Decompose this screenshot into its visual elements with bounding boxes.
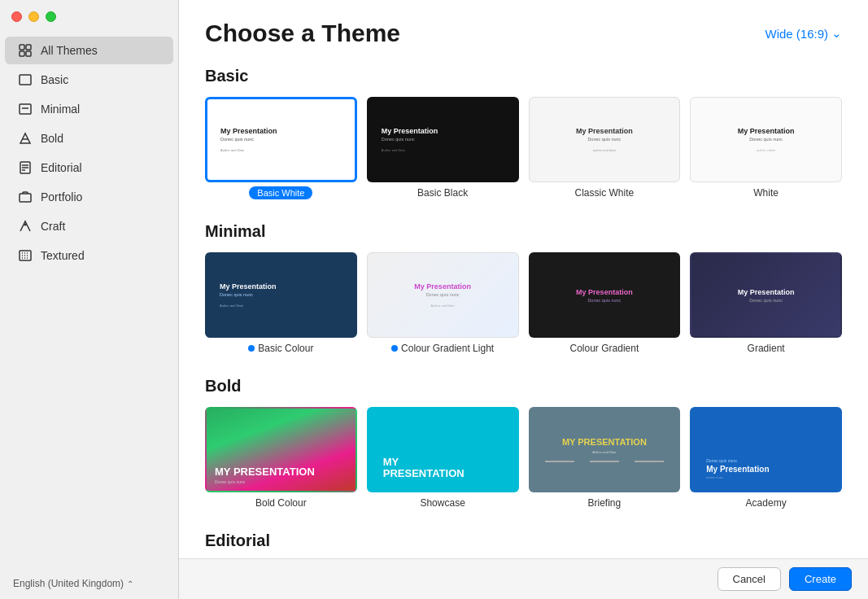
- theme-colour-gradient-light[interactable]: My Presentation Donec quis nunc Author a…: [367, 252, 519, 354]
- preview-title: MY PRESENTATION: [215, 466, 347, 478]
- sidebar-item-textured[interactable]: Textured: [5, 242, 173, 269]
- preview-author: author online: [704, 148, 828, 152]
- theme-preview-classic-white: My Presentation Donec quis nunc author a…: [529, 97, 681, 182]
- language-chevron: ⌃: [127, 579, 133, 588]
- preview-author: Author and Date: [382, 148, 405, 152]
- theme-preview-colour-gradient: My Presentation Donec quis nunc: [529, 252, 681, 338]
- theme-showcase[interactable]: MYPRESENTATION Showcase: [367, 407, 519, 509]
- theme-briefing-text: Briefing: [588, 497, 622, 509]
- main-content: Choose a Theme Wide (16:9) ⌄ Basic My Pr…: [179, 0, 868, 599]
- theme-colour-gradient-light-label: Colour Gradient Light: [391, 343, 494, 354]
- cancel-button[interactable]: Cancel: [718, 567, 781, 591]
- svg-rect-2: [20, 51, 24, 56]
- editorial-icon: [18, 160, 33, 175]
- sidebar-item-bold[interactable]: Bold: [5, 125, 173, 152]
- theme-basic-colour-text: Basic Colour: [258, 343, 313, 354]
- section-bold-title: Bold: [205, 377, 842, 396]
- sidebar-item-label: All Themes: [41, 44, 98, 57]
- sidebar-item-label: Editorial: [41, 161, 82, 174]
- theme-briefing-label: Briefing: [588, 497, 622, 509]
- sidebar: All Themes Basic Minimal Bold: [0, 0, 179, 599]
- theme-preview-academy: Donec quis nuno My Presentation donec nu…: [690, 407, 842, 492]
- svg-marker-7: [20, 133, 30, 143]
- sidebar-item-label: Portfolio: [41, 190, 82, 203]
- preview-title: My Presentation: [220, 282, 277, 291]
- minimal-themes-grid: My Presentation Donec quis nunc Author a…: [205, 252, 842, 354]
- theme-showcase-text: Showcase: [420, 497, 465, 509]
- theme-gradient[interactable]: My Presentation Donec quis nunc Gradient: [690, 252, 842, 354]
- preview-author: author and date: [543, 148, 667, 152]
- svg-point-14: [24, 224, 27, 226]
- sidebar-item-minimal[interactable]: Minimal: [5, 95, 173, 123]
- theme-academy-label: Academy: [746, 497, 787, 509]
- section-editorial: Editorial: [205, 531, 842, 550]
- theme-academy[interactable]: Donec quis nuno My Presentation donec nu…: [690, 407, 842, 509]
- aspect-ratio-chevron: ⌄: [831, 26, 842, 41]
- craft-icon: [18, 219, 33, 234]
- theme-gradient-label: Gradient: [748, 343, 785, 354]
- sidebar-item-all-themes[interactable]: All Themes: [5, 37, 173, 64]
- theme-briefing[interactable]: MY PRESENTATION Author and Date Briefing: [529, 407, 681, 509]
- theme-white-label: White: [753, 187, 779, 199]
- preview-sub: Author and Date: [545, 450, 665, 454]
- preview-title: My Presentation: [704, 288, 827, 296]
- theme-basic-white[interactable]: My Presentation Donec quis nunc Author a…: [205, 97, 357, 199]
- preview-sub: Donec quis nunc: [704, 137, 828, 142]
- theme-white-text: White: [753, 187, 779, 199]
- sidebar-item-label: Bold: [41, 132, 63, 145]
- preview-title: My Presentation: [381, 282, 505, 291]
- theme-preview-gradient: My Presentation Donec quis nunc: [690, 252, 842, 338]
- theme-preview-basic-colour: My Presentation Donec quis nunc Author a…: [205, 252, 357, 338]
- theme-gradient-text: Gradient: [748, 343, 785, 354]
- sidebar-item-editorial[interactable]: Editorial: [5, 154, 173, 181]
- sidebar-item-label: Craft: [41, 220, 65, 233]
- theme-white[interactable]: My Presentation Donec quis nunc author o…: [690, 97, 842, 199]
- theme-preview-colour-gradient-light: My Presentation Donec quis nunc Author a…: [367, 252, 519, 338]
- sidebar-item-label: Minimal: [41, 103, 80, 116]
- theme-basic-black-text: Basic Black: [417, 187, 468, 199]
- theme-classic-white-label: Classic White: [575, 187, 635, 199]
- theme-preview-white: My Presentation Donec quis nunc author o…: [690, 97, 842, 182]
- svg-rect-1: [26, 45, 31, 50]
- sidebar-item-portfolio[interactable]: Portfolio: [5, 183, 173, 211]
- create-button[interactable]: Create: [789, 567, 852, 591]
- theme-colour-gradient[interactable]: My Presentation Donec quis nunc Colour G…: [529, 252, 681, 354]
- theme-bold-colour-text: Bold Colour: [255, 497, 307, 509]
- preview-author: Author and Date: [381, 304, 505, 308]
- preview-sub: Donec quis nunc: [215, 479, 347, 484]
- language-selector[interactable]: English (United Kingdom) ⌃: [0, 568, 178, 599]
- language-label: English (United Kingdom): [13, 578, 124, 589]
- section-editorial-title: Editorial: [205, 531, 842, 550]
- maximize-button[interactable]: [46, 11, 56, 22]
- textured-icon: [18, 248, 33, 263]
- theme-basic-black[interactable]: My Presentation Donec quis nunc Author a…: [367, 97, 519, 199]
- theme-basic-colour[interactable]: My Presentation Donec quis nunc Author a…: [205, 252, 357, 354]
- svg-rect-5: [20, 104, 31, 114]
- theme-preview-bold-colour: MY PRESENTATION Donec quis nunc: [205, 407, 357, 492]
- dot-indicator: [391, 345, 398, 352]
- sidebar-item-basic[interactable]: Basic: [5, 66, 173, 94]
- minimize-button[interactable]: [28, 11, 39, 22]
- preview-title: My Presentation: [706, 465, 826, 474]
- theme-colour-gradient-text: Colour Gradient: [570, 343, 639, 354]
- preview-author: Author and Date: [220, 148, 244, 152]
- theme-bold-colour-label: Bold Colour: [255, 497, 307, 509]
- preview-author: donec nunc: [706, 475, 826, 479]
- close-button[interactable]: [11, 11, 22, 22]
- basic-themes-grid: My Presentation Donec quis nunc Author a…: [205, 97, 842, 199]
- aspect-ratio-button[interactable]: Wide (16:9) ⌄: [765, 26, 842, 41]
- theme-classic-white[interactable]: My Presentation Donec quis nunc author a…: [529, 97, 681, 199]
- preview-sub: Donec quis nuno: [706, 458, 826, 463]
- preview-author: Author and Date: [220, 304, 243, 308]
- preview-title: My Presentation: [382, 127, 438, 135]
- themes-scroll-area[interactable]: Basic My Presentation Donec quis nunc Au…: [179, 60, 868, 558]
- sidebar-item-craft[interactable]: Craft: [5, 212, 173, 240]
- theme-preview-briefing: MY PRESENTATION Author and Date: [529, 407, 681, 492]
- preview-title: MY PRESENTATION: [545, 437, 665, 447]
- preview-sub: Donec quis nunc: [220, 137, 254, 142]
- preview-sub: Donec quis nunc: [543, 298, 666, 303]
- section-bold: Bold MY PRESENTATION Donec quis nunc Bol…: [205, 377, 842, 509]
- preview-sub: Donec quis nunc: [381, 292, 505, 297]
- section-basic-title: Basic: [205, 67, 842, 85]
- theme-bold-colour[interactable]: MY PRESENTATION Donec quis nunc Bold Col…: [205, 407, 357, 509]
